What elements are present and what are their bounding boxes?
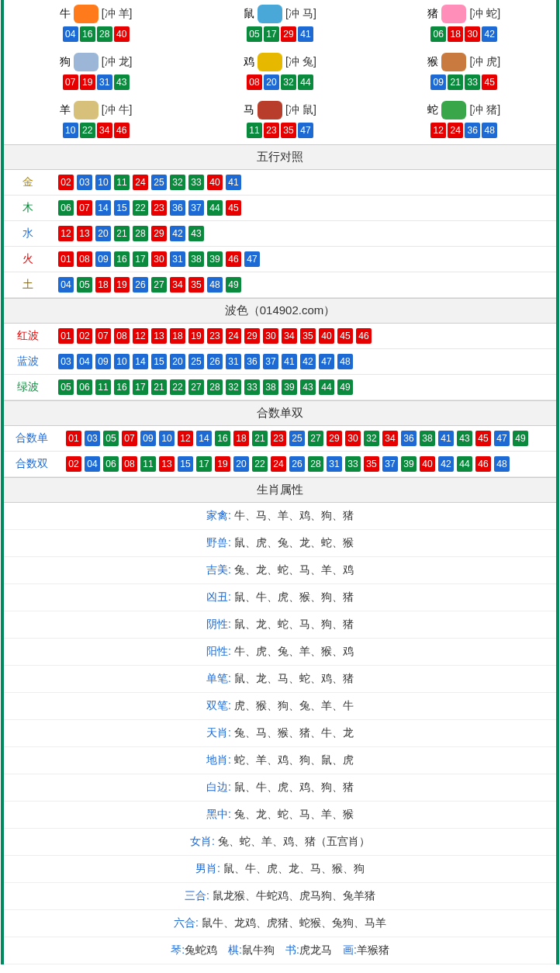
zodiac-cell: 鼠[冲 马]05172941 [188,0,372,48]
number-ball: 13 [77,226,92,241]
number-ball: 48 [337,354,353,369]
number-ball: 36 [244,354,260,369]
number-ball: 15 [151,354,167,369]
wuxing-header: 五行对照 [4,144,556,170]
number-ball: 10 [63,123,78,138]
number-ball: 18 [95,277,111,293]
number-ball: 48 [494,456,510,472]
attr-key: 黑中: [206,808,234,820]
zodiac-name: 马 [244,103,254,117]
attrs-header: 生肖属性 [4,477,556,503]
ball-row: 05061116172122272832333839434449 [58,379,550,395]
number-ball: 10 [95,175,111,190]
number-ball: 32 [170,175,185,190]
attr-row-final: 琴:兔蛇鸡 棋:鼠牛狗 书:虎龙马 画:羊猴猪 [4,937,556,964]
zodiac-clash: [冲 马] [285,7,316,21]
attr-key: 双笔: [206,699,234,712]
number-ball: 22 [80,123,95,138]
number-ball: 47 [298,123,313,138]
number-ball: 40 [207,175,223,190]
number-ball: 43 [457,431,472,446]
table-row: 水1213202128294243 [4,221,556,247]
attr-key: 书: [285,944,299,956]
attr-row: 野兽: 鼠、虎、兔、龙、蛇、猴 [4,530,556,557]
attr-row: 凶丑: 鼠、牛、虎、猴、狗、猪 [4,584,556,611]
zodiac-balls: 04162840 [7,26,185,42]
ball-row: 0108091617303138394647 [58,251,550,267]
row-label: 木 [4,196,52,221]
number-ball: 44 [319,379,334,395]
number-ball: 01 [66,431,81,446]
number-ball: 01 [58,251,74,267]
number-ball: 46 [356,328,372,344]
row-label: 火 [4,247,52,272]
number-ball: 49 [513,431,528,446]
number-ball: 20 [264,74,279,90]
zodiac-cell: 蛇[冲 猪]12243648 [372,96,556,144]
number-ball: 48 [207,277,223,293]
number-ball: 42 [170,226,185,241]
number-ball: 20 [233,456,249,472]
number-ball: 37 [263,354,278,369]
zodiac-cell: 鸡[冲 兔]08203244 [188,48,372,96]
number-ball: 18 [233,431,249,446]
number-ball: 37 [188,200,204,216]
number-ball: 07 [122,431,137,446]
attr-key: 野兽: [206,536,234,549]
number-ball: 02 [58,175,74,190]
zodiac-cell: 马[冲 鼠]11233547 [188,96,372,144]
attr-key: 凶丑: [206,590,234,603]
number-ball: 03 [77,175,92,190]
number-ball: 35 [281,123,296,138]
number-ball: 06 [430,26,446,42]
number-ball: 16 [215,431,230,446]
attrs-body: 家禽: 牛、马、羊、鸡、狗、猪野兽: 鼠、虎、兔、龙、蛇、猴吉美: 兔、龙、蛇、… [4,503,556,964]
attr-key: 阳性: [206,645,234,657]
number-ball: 13 [151,328,167,344]
bose-header: 波色（014902.com） [4,298,556,324]
attr-row: 吉美: 兔、龙、蛇、马、羊、鸡 [4,557,556,584]
attr-value: 牛、马、羊、鸡、狗、猪 [234,509,354,521]
zodiac-clash: [冲 蛇] [469,7,500,21]
table-row: 木06071415222336374445 [4,196,556,221]
zodiac-icon [74,101,99,119]
attr-value: 兔蛇鸡 [185,944,217,956]
number-ball: 05 [103,431,119,446]
zodiac-clash: [冲 鼠] [285,103,316,117]
attr-row: 女肖: 兔、蛇、羊、鸡、猪（五宫肖） [4,829,556,856]
number-ball: 16 [114,251,130,267]
number-ball: 29 [327,431,342,446]
number-ball: 03 [85,431,100,446]
number-ball: 41 [282,354,297,369]
number-ball: 45 [475,431,491,446]
number-ball: 41 [226,175,241,190]
number-ball: 08 [114,328,130,344]
row-label: 合数双 [4,452,60,477]
page-wrap: 牛[冲 羊]04162840鼠[冲 马]05172941猪[冲 蛇]061830… [1,0,559,964]
number-ball: 04 [63,26,78,42]
number-ball: 14 [133,354,148,369]
table-row: 火0108091617303138394647 [4,247,556,272]
table-row: 合数单0103050709101214161821232527293032343… [4,426,556,452]
number-ball: 36 [170,200,185,216]
ball-row: 1213202128294243 [58,226,550,241]
number-ball: 47 [319,354,334,369]
zodiac-icon [74,5,99,23]
attr-row: 阳性: 牛、虎、兔、羊、猴、鸡 [4,639,556,666]
attr-key: 白边: [206,781,234,793]
number-ball: 34 [282,328,297,344]
number-ball: 30 [263,328,278,344]
number-ball: 17 [196,456,212,472]
number-ball: 04 [58,277,74,293]
number-ball: 06 [103,456,119,472]
number-ball: 24 [448,123,463,138]
zodiac-icon [441,5,466,23]
number-ball: 40 [319,328,334,344]
number-ball: 29 [281,26,296,42]
number-ball: 28 [308,456,323,472]
number-ball: 34 [382,431,398,446]
number-ball: 30 [151,251,167,267]
number-ball: 01 [58,328,74,344]
number-ball: 04 [77,354,92,369]
number-ball: 25 [151,175,167,190]
